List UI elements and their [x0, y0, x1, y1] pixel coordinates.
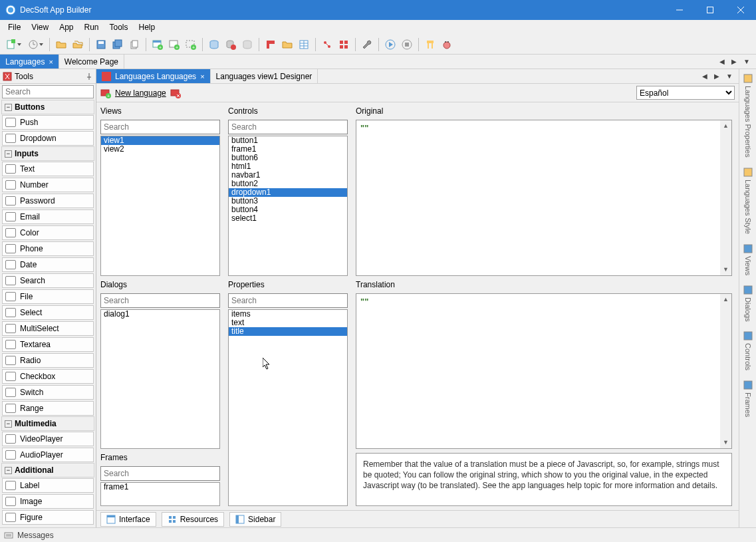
category-multimedia[interactable]: −Multimedia — [1, 416, 94, 431]
inner-nav-left-icon[interactable]: ◀ — [700, 72, 709, 80]
list-item[interactable]: frame1 — [101, 483, 219, 491]
pin-icon[interactable] — [85, 72, 93, 80]
tool-figure[interactable]: Figure — [2, 510, 94, 525]
translation-textarea[interactable]: "" ▲▼ — [356, 293, 732, 450]
dock-tab-frames[interactable]: Frames — [740, 377, 756, 424]
add-view-icon[interactable]: + — [150, 37, 166, 53]
tab-nav-menu-icon[interactable]: ▼ — [741, 58, 752, 65]
table-icon[interactable] — [296, 37, 312, 53]
tool-multiselect[interactable]: MultiSelect — [2, 321, 94, 336]
copy-icon[interactable] — [126, 37, 142, 53]
status-text[interactable]: Messages — [17, 531, 54, 540]
tool-label[interactable]: Label — [2, 478, 94, 493]
folders-icon[interactable] — [70, 37, 86, 53]
category-additional[interactable]: −Additional — [1, 463, 94, 477]
save-icon[interactable] — [93, 37, 109, 53]
dock-tab-dialogs[interactable]: Dialogs — [740, 282, 756, 329]
tools-list[interactable]: −ButtonsPushDropdown−InputsTextNumberPas… — [0, 100, 96, 527]
tool-dropdown[interactable]: Dropdown — [2, 131, 94, 146]
frames-search-input[interactable] — [100, 466, 220, 481]
tab-nav-right-icon[interactable]: ▶ — [729, 58, 739, 65]
db-disabled-icon[interactable] — [239, 37, 255, 53]
tool-image[interactable]: Image — [2, 494, 94, 509]
dialogs-list[interactable]: dialog1 — [101, 310, 219, 449]
save-all-icon[interactable] — [110, 37, 126, 53]
delete-language-icon[interactable] — [170, 88, 181, 98]
flag-icon[interactable] — [263, 37, 279, 53]
bottom-tab-sidebar[interactable]: Sidebar — [229, 512, 281, 527]
new-language-icon[interactable]: + — [100, 88, 111, 98]
tools-search-input[interactable] — [2, 85, 94, 98]
stop-icon[interactable] — [399, 37, 415, 53]
inner-tab-designer[interactable]: Languages view1 Designer — [211, 69, 318, 83]
tool-push[interactable]: Push — [2, 115, 94, 130]
minimize-button[interactable] — [664, 0, 695, 20]
tool-phone[interactable]: Phone — [2, 241, 94, 256]
maximize-button[interactable] — [695, 0, 725, 20]
tab-nav-left-icon[interactable]: ◀ — [717, 58, 727, 65]
tool-range[interactable]: Range — [2, 401, 94, 416]
bottom-tab-resources[interactable]: Resources — [162, 512, 224, 527]
menu-tools[interactable]: Tools — [104, 21, 134, 33]
folder-fav-icon[interactable] — [279, 37, 295, 53]
list-item[interactable]: dialog1 — [101, 310, 219, 319]
tool-videoplayer[interactable]: VideoPlayer — [2, 432, 94, 446]
open-folder-icon[interactable] — [53, 37, 69, 53]
views-list[interactable]: view1view2 — [101, 136, 219, 275]
tool-color[interactable]: Color — [2, 225, 94, 240]
tool-file[interactable]: File — [2, 289, 94, 304]
menu-file[interactable]: File — [3, 21, 26, 33]
inner-nav-right-icon[interactable]: ▶ — [712, 72, 721, 80]
close-button[interactable] — [725, 0, 756, 20]
views-search-input[interactable] — [100, 120, 220, 134]
dock-tab-languages-style[interactable]: Languages Style — [740, 164, 756, 241]
db-icon[interactable] — [206, 37, 222, 53]
frames-list[interactable]: frame1 — [101, 483, 219, 505]
properties-list[interactable]: itemstexttitle — [229, 310, 347, 506]
inner-nav-menu-icon[interactable]: ▼ — [724, 72, 735, 80]
list-item[interactable]: items — [229, 310, 347, 319]
dock-tab-views[interactable]: Views — [740, 241, 756, 282]
list-item[interactable]: text — [229, 319, 347, 327]
dialogs-search-input[interactable] — [100, 293, 220, 308]
dock-tab-controls[interactable]: Controls — [740, 328, 756, 377]
connect-icon[interactable] — [319, 37, 335, 53]
inner-tab-languages[interactable]: Languages Languages × — [96, 69, 211, 83]
menu-help[interactable]: Help — [134, 21, 161, 33]
menu-app[interactable]: App — [54, 21, 78, 33]
tool-select[interactable]: Select — [2, 305, 94, 320]
tool-audioplayer[interactable]: AudioPlayer — [2, 448, 94, 462]
add-dialog-icon[interactable]: + — [166, 37, 182, 53]
menu-view[interactable]: View — [26, 21, 54, 33]
properties-search-input[interactable] — [228, 293, 348, 308]
menu-run[interactable]: Run — [79, 21, 104, 33]
tool-search[interactable]: Search — [2, 273, 94, 288]
new-dropdown[interactable] — [3, 37, 24, 53]
wrench-icon[interactable] — [359, 37, 375, 53]
language-select[interactable]: Español — [636, 86, 735, 100]
list-item[interactable]: select1 — [229, 214, 347, 223]
tool-text[interactable]: Text — [2, 162, 94, 176]
original-textarea[interactable]: "" ▲▼ — [356, 120, 732, 276]
category-buttons[interactable]: −Buttons — [1, 100, 94, 114]
debug2-icon[interactable] — [439, 37, 455, 53]
tool-number[interactable]: Number — [2, 178, 94, 192]
new-language-link[interactable]: New language — [115, 88, 166, 98]
add-frame-icon[interactable]: + — [183, 37, 199, 53]
controls-search-input[interactable] — [228, 120, 348, 134]
db-delete-icon[interactable] — [223, 37, 239, 53]
list-item[interactable]: view2 — [101, 145, 219, 154]
controls-list[interactable]: button1frame1button6html1navbar1button2d… — [229, 136, 347, 275]
close-icon[interactable]: × — [49, 58, 53, 66]
tool-password[interactable]: Password — [2, 194, 94, 208]
dock-tab-languages-properties[interactable]: Languages Properties — [740, 70, 756, 164]
close-icon[interactable]: × — [200, 72, 204, 80]
category-inputs[interactable]: −Inputs — [1, 146, 94, 161]
tool-checkbox[interactable]: Checkbox — [2, 369, 94, 384]
tool-email[interactable]: Email — [2, 209, 94, 224]
tool-switch[interactable]: Switch — [2, 385, 94, 400]
run-icon[interactable] — [382, 37, 398, 53]
list-item[interactable]: title — [229, 327, 347, 336]
tool-textarea[interactable]: Textarea — [2, 337, 94, 352]
tool-date[interactable]: Date — [2, 257, 94, 272]
